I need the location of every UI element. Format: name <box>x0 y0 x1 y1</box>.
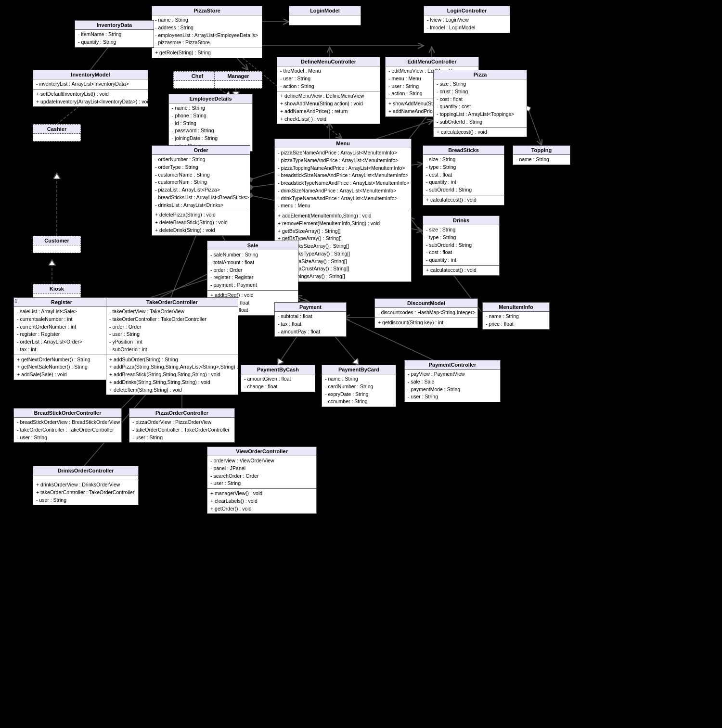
viewordercontroller-header: ViewOrderController <box>207 447 316 456</box>
pizzaordercontroller-class: PizzaOrderController - pizzaOrderView : … <box>129 408 235 443</box>
paymentbycash-header: PaymentByCash <box>241 365 315 374</box>
uml-diagram: PizzaStore - name : String - address : S… <box>0 0 722 728</box>
kiosk-header: Kiosk <box>33 284 80 294</box>
discountmodel-header: DiscountModel <box>375 299 477 308</box>
viewordercontroller-attrs: - orderview : ViewOrderView - panel : JP… <box>207 456 316 489</box>
manager-class: Manager <box>214 71 262 89</box>
pizza-attrs: - size : String - crust : String - cost … <box>434 79 527 128</box>
paymentbycash-class: PaymentByCash - amountGiven : float - ch… <box>241 365 315 392</box>
logincontroller-header: LoginController <box>424 6 510 15</box>
menuiteminfo-header: MenuItemInfo <box>483 303 549 312</box>
pizza-methods: + calculatecost() : void <box>434 128 527 137</box>
order-methods: + deletePizza(String) : void + deleteBre… <box>152 210 250 235</box>
definemenucontroller-class: DefineMenuController - theModel : Menu -… <box>277 57 380 124</box>
menu-header: Menu <box>275 139 411 148</box>
breadsticks-class: BreadSticks - size : String - type : Str… <box>423 145 504 205</box>
pizzastore-class: PizzaStore - name : String - address : S… <box>152 6 262 58</box>
cashier-header: Cashier <box>33 125 80 134</box>
menu-attrs: - pizzaSizeNameAndPrice : ArrayList<Menu… <box>275 148 411 211</box>
inventorydata-attrs: - itemName : String - quantity : String <box>75 30 154 47</box>
menuiteminfo-attrs: - name : String - price : float <box>483 312 549 329</box>
discountmodel-class: DiscountModel - discountcodes : HashMap<… <box>374 298 478 328</box>
employeedetails-class: EmployeeDetails - name : String - phone … <box>168 94 253 152</box>
breadsticks-header: BreadSticks <box>423 146 504 155</box>
viewordercontroller-class: ViewOrderController - orderview : ViewOr… <box>207 447 317 514</box>
payment-class: Payment - subtotal : float - tax : float… <box>274 302 347 337</box>
drinks-methods: + calculatecost() : void <box>423 266 499 275</box>
pizzaordercontroller-header: PizzaOrderController <box>129 409 234 418</box>
customer-class: Customer <box>33 236 81 253</box>
logincontroller-class: LoginController - lview : LoginView - lm… <box>424 6 510 33</box>
topping-attrs: - name : String <box>513 155 570 165</box>
order-header: Order <box>152 146 250 155</box>
viewordercontroller-methods: + managerView() : void + clearLabels() :… <box>207 489 316 513</box>
paymentbycash-attrs: - amountGiven : float - change : float <box>241 374 315 392</box>
paymentbycard-attrs: - name : String - cardNumber : String - … <box>322 374 396 407</box>
drinks-attrs: - size : String - type : String - subOrd… <box>423 225 499 266</box>
menuiteminfo-class: MenuItemInfo - name : String - price : f… <box>482 302 550 330</box>
drinksordercontroller-methods: + drinksOrderView : DrinksOrderView + ta… <box>33 480 138 505</box>
inventorydata-class: InventoryData - itemName : String - quan… <box>75 20 154 48</box>
inventorymodel-header: InventoryModel <box>33 70 148 79</box>
takeordercontroller-methods: + addSubOrder(String) : String + addPizz… <box>106 355 238 395</box>
cashier-class: Cashier <box>33 124 81 141</box>
inventorydata-header: InventoryData <box>75 21 154 30</box>
paymentbycard-class: PaymentByCard - name : String - cardNumb… <box>322 365 396 407</box>
drinks-class: Drinks - size : String - type : String -… <box>423 216 500 276</box>
takeordercontroller-attrs: - takeOrderView : TakeOrderView - takeOr… <box>106 307 238 355</box>
drinks-header: Drinks <box>423 216 499 225</box>
pizza-class: Pizza - size : String - crust : String -… <box>433 70 527 137</box>
topping-header: Topping <box>513 146 570 155</box>
inventorymodel-attrs: - inventoryList : ArrayList<InventoryDat… <box>33 79 148 89</box>
inventorymodel-methods: + setDefaultInventoryList() : void + upd… <box>33 89 148 107</box>
pizzastore-attrs: - name : String - address : String - emp… <box>152 15 262 48</box>
pizzastore-methods: + getRole(String) : String <box>152 48 262 58</box>
payment-header: Payment <box>275 303 346 312</box>
sale-attrs: - saleNumber : String - totalAmount : fl… <box>207 250 298 291</box>
paymentcontroller-class: PaymentController - payView : PaymentVie… <box>404 360 501 402</box>
manager-empty <box>215 81 262 88</box>
discountmodel-attrs: - discountcodes : HashMap<String,Integer… <box>375 308 477 318</box>
paymentcontroller-header: PaymentController <box>405 360 500 370</box>
register-header: Register <box>14 298 109 307</box>
editmenucontroller-header: EditMenuController <box>386 57 478 66</box>
employeedetails-attrs: - name : String - phone : String - id : … <box>169 103 252 151</box>
topping-class: Topping - name : String <box>513 145 570 165</box>
register-attrs: - saleList : ArrayList<Sale> - currentsa… <box>14 307 109 355</box>
pizzaordercontroller-attrs: - pizzaOrderView : PizzaOrderView - take… <box>129 418 234 442</box>
payment-attrs: - subtotal : float - tax : float - amoun… <box>275 312 346 336</box>
svg-line-21 <box>171 226 200 297</box>
inventorymodel-class: InventoryModel - inventoryList : ArrayLi… <box>33 70 148 107</box>
definemenucontroller-header: DefineMenuController <box>277 57 380 66</box>
customer-header: Customer <box>33 236 80 245</box>
pizzastore-header: PizzaStore <box>152 6 262 15</box>
definemenucontroller-methods: + defineMenuView : DefineMenuView + show… <box>277 91 380 124</box>
drinksordercontroller-attrs <box>33 475 138 480</box>
order-attrs: - orderNumber : String - orderType : Str… <box>152 155 250 210</box>
register-class: Register - saleList : ArrayList<Sale> - … <box>13 297 110 380</box>
pizza-header: Pizza <box>434 70 527 79</box>
breadstickordercontroller-attrs: - breadStickOrderView : BreadStickOrderV… <box>14 418 121 442</box>
register-methods: + getNextOrderNumber() : String + getNex… <box>14 355 109 380</box>
breadstickordercontroller-class: BreadStickOrderController - breadStickOr… <box>13 408 122 443</box>
register-multiplicity: 1 <box>14 298 17 304</box>
loginmodel-header: LoginModel <box>289 6 361 15</box>
takeordercontroller-header: TakeOrderController <box>106 298 238 307</box>
pizzastore-title: PizzaStore <box>193 8 220 13</box>
loginmodel-attrs <box>289 15 361 25</box>
takeordercontroller-class: TakeOrderController - takeOrderView : Ta… <box>106 297 238 395</box>
employeedetails-header: EmployeeDetails <box>169 94 252 103</box>
order-class: Order - orderNumber : String - orderType… <box>152 145 250 236</box>
logincontroller-attrs: - lview : LoginView - lmodel : LoginMode… <box>424 15 510 33</box>
breadsticks-methods: + calculatecost() : void <box>423 195 504 205</box>
drinksordercontroller-header: DrinksOrderController <box>33 466 138 475</box>
paymentcontroller-attrs: - payView : PaymentView - sale : Sale - … <box>405 370 500 402</box>
pizzastore-multiplicity: 1 <box>264 7 267 13</box>
sale-header: Sale <box>207 241 298 250</box>
breadstickordercontroller-header: BreadStickOrderController <box>14 409 121 418</box>
drinksordercontroller-class: DrinksOrderController + drinksOrderView … <box>33 466 139 505</box>
discountmodel-methods: + getdiscount(String key) : int <box>375 318 477 328</box>
svg-line-14 <box>527 106 542 145</box>
loginmodel-class: LoginModel <box>289 6 361 26</box>
menu-multiplicity: 1 <box>412 140 414 145</box>
